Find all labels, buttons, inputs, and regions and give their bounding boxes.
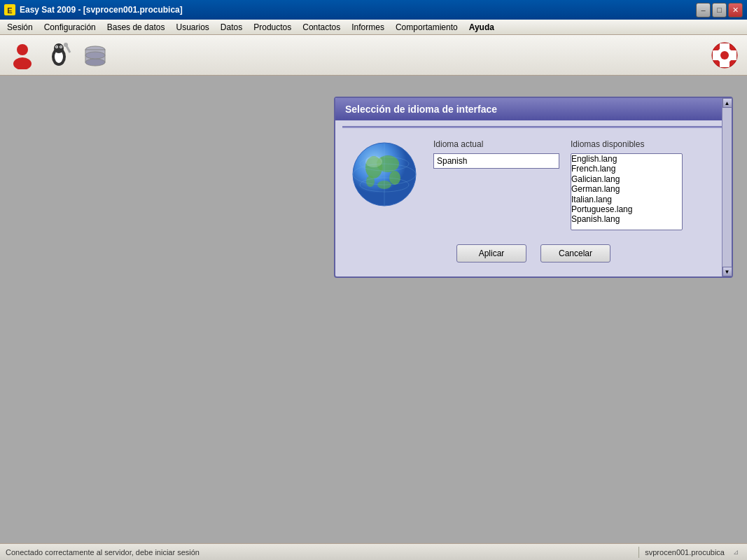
status-bar: Conectado correctamente al servidor, deb… <box>0 543 747 560</box>
apply-button[interactable]: Aplicar <box>456 244 526 262</box>
scrollbar-up-button[interactable]: ▲ <box>722 98 732 108</box>
available-languages-label: Idiomas disponibles <box>571 139 683 149</box>
status-divider <box>638 547 639 558</box>
svg-point-27 <box>389 171 400 185</box>
current-language-input[interactable] <box>433 153 559 169</box>
maximize-button[interactable]: □ <box>712 3 727 18</box>
menu-informes[interactable]: Informes <box>346 20 390 34</box>
dialog-title: Selección de idioma de interface <box>335 98 732 120</box>
person-icon <box>8 41 36 69</box>
menu-ayuda[interactable]: Ayuda <box>463 20 500 34</box>
main-area: Selección de idioma de interface <box>0 76 747 543</box>
menu-sesion[interactable]: Sesión <box>1 20 39 34</box>
menu-comportamiento[interactable]: Comportamiento <box>390 20 463 34</box>
menu-bases-datos[interactable]: Bases de datos <box>102 20 171 34</box>
svg-point-34 <box>365 156 382 167</box>
svg-rect-20 <box>720 43 729 50</box>
language-dialog: Selección de idioma de interface <box>334 97 733 278</box>
menu-configuracion[interactable]: Configuración <box>39 20 102 34</box>
resize-handle[interactable]: ⊿ <box>730 547 741 558</box>
globe-icon <box>349 139 419 209</box>
svg-point-16 <box>85 52 105 59</box>
svg-point-9 <box>56 46 57 48</box>
help-toolbar-button[interactable] <box>708 38 741 72</box>
dialog-controls: Idioma actual Idiomas disponibles Englis… <box>433 139 718 230</box>
svg-point-2 <box>17 44 28 55</box>
minimize-button[interactable]: – <box>696 3 711 18</box>
dialog-scrollbar[interactable]: ▲ ▼ <box>722 98 732 276</box>
available-languages-group: Idiomas disponibles English.langFrench.l… <box>571 139 683 230</box>
svg-rect-21 <box>720 60 729 67</box>
database-toolbar-button[interactable] <box>78 38 112 72</box>
menu-bar: Sesión Configuración Bases de datos Usua… <box>0 20 747 35</box>
svg-point-12 <box>64 43 68 47</box>
menu-contactos[interactable]: Contactos <box>297 20 346 34</box>
lifesaver-icon <box>711 41 739 69</box>
menu-datos[interactable]: Datos <box>215 20 248 34</box>
control-section: Idioma actual Idiomas disponibles Englis… <box>433 139 718 230</box>
svg-point-10 <box>60 46 62 48</box>
svg-text:E: E <box>7 6 12 15</box>
svg-point-19 <box>720 51 729 59</box>
languages-listbox[interactable]: English.langFrench.langGalician.langGerm… <box>571 153 683 230</box>
dialog-separator <box>342 126 725 128</box>
close-button[interactable]: ✕ <box>728 3 743 18</box>
title-bar: E Easy Sat 2009 - [svprocen001.procubica… <box>0 0 747 20</box>
svg-rect-23 <box>729 50 736 60</box>
dialog-buttons: Aplicar Cancelar <box>335 244 732 262</box>
svg-point-3 <box>13 57 32 69</box>
status-server: svprocen001.procubica <box>645 548 730 556</box>
title-bar-left: E Easy Sat 2009 - [svprocen001.procubica… <box>4 4 183 15</box>
menu-usuarios[interactable]: Usuarios <box>170 20 214 34</box>
person-toolbar-button[interactable] <box>6 38 39 72</box>
config-toolbar-button[interactable] <box>42 38 76 72</box>
config-icon <box>45 41 73 69</box>
svg-point-6 <box>54 43 64 53</box>
app-icon: E <box>4 4 15 15</box>
svg-point-15 <box>85 59 105 66</box>
svg-point-28 <box>366 176 375 187</box>
current-language-label: Idioma actual <box>433 139 559 149</box>
window-title: Easy Sat 2009 - [svprocen001.procubica] <box>20 5 183 15</box>
scrollbar-down-button[interactable]: ▼ <box>722 267 732 276</box>
menu-productos[interactable]: Productos <box>248 20 297 34</box>
title-buttons: – □ ✕ <box>696 3 743 18</box>
svg-rect-22 <box>713 50 720 60</box>
database-icon <box>81 41 109 69</box>
cancel-button[interactable]: Cancelar <box>540 244 610 262</box>
toolbar <box>0 35 747 76</box>
status-message: Conectado correctamente al servidor, deb… <box>6 548 633 556</box>
dialog-body: Idioma actual Idiomas disponibles Englis… <box>335 139 732 230</box>
globe-container <box>349 139 419 209</box>
current-language-group: Idioma actual <box>433 139 559 230</box>
